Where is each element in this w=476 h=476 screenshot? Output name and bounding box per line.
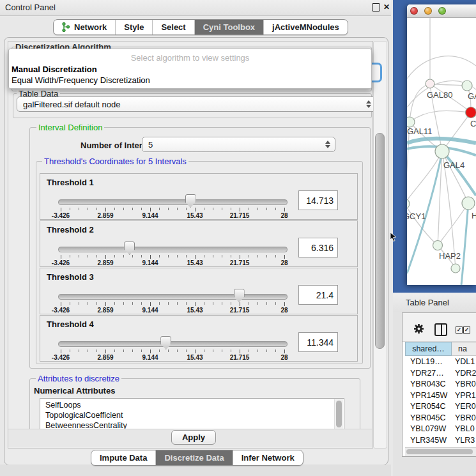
network-node[interactable] — [462, 197, 475, 210]
attribute-list-item[interactable]: SelfLoops — [45, 401, 81, 410]
tab-label: Select — [161, 22, 185, 32]
gear-icon[interactable] — [413, 323, 424, 334]
table-header-row: shared… na — [405, 342, 476, 357]
slider-track[interactable] — [58, 341, 288, 347]
cell-shared-name[interactable]: YLR345W — [410, 436, 447, 445]
tab-cyni-toolbox[interactable]: Cyni Toolbox — [195, 20, 264, 35]
cell-name[interactable]: YBL0 — [455, 424, 475, 433]
tick — [231, 302, 231, 305]
attribute-list-item[interactable]: TopologicalCoefficient — [45, 411, 123, 420]
table-body: YDL19…YDL1YDR27…YDR2YBR043CYBR0YPR145WYP… — [405, 357, 476, 447]
numerical-attributes-list[interactable]: SelfLoopsTopologicalCoefficientBetweenne… — [40, 398, 344, 431]
checkbox-icon[interactable]: ✓ — [463, 326, 470, 334]
tick — [275, 208, 276, 210]
cell-shared-name[interactable]: YER054C — [410, 402, 446, 411]
menu-item-manual-discretization[interactable]: Manual Discretization — [11, 65, 369, 74]
slider-thumb[interactable] — [185, 194, 196, 208]
slider-thumb[interactable] — [160, 336, 171, 349]
cell-shared-name[interactable]: YDR27… — [410, 369, 444, 378]
attributes-scrollbar-thumb[interactable] — [336, 401, 342, 427]
zoom-traffic-light[interactable] — [438, 7, 446, 15]
slider-thumb[interactable] — [234, 289, 245, 302]
slider-track[interactable] — [58, 294, 288, 300]
column-layout-icon[interactable] — [434, 323, 447, 336]
network-node[interactable] — [462, 81, 472, 91]
tick-label: 28 — [265, 212, 303, 219]
network-canvas[interactable]: GAL80GACGAL11GAL4GCY1HHAP2 — [407, 18, 476, 285]
network-node[interactable] — [451, 264, 460, 273]
tab-select[interactable]: Select — [153, 20, 194, 35]
tab-impute-data[interactable]: Impute Data — [91, 450, 156, 465]
table-row[interactable]: YBL079WYBL0 — [405, 424, 476, 435]
threshold-value-input[interactable]: 11.344 — [298, 332, 338, 352]
tab-style[interactable]: Style — [116, 20, 153, 35]
application-window: Control Panel ✕ NetworkStyleSelectCyni T… — [0, 0, 476, 476]
column-header-shared-name[interactable]: shared… — [405, 342, 452, 356]
panel-scrollbar-thumb[interactable] — [375, 133, 385, 349]
cell-name[interactable]: YLR3 — [455, 436, 475, 445]
column-header-name[interactable]: na — [452, 342, 476, 356]
network-view-window[interactable]: GAL80GACGAL11GAL4GCY1HHAP2 — [407, 4, 476, 285]
tick — [204, 208, 204, 210]
cell-shared-name[interactable]: YPR145W — [410, 391, 447, 400]
close-traffic-light[interactable] — [410, 7, 418, 15]
tab-infer-network[interactable]: Infer Network — [233, 450, 303, 465]
cell-shared-name[interactable]: YBR043C — [410, 380, 446, 388]
panel-scrollbar[interactable] — [373, 41, 387, 449]
threshold-value-input[interactable]: 14.713 — [298, 190, 338, 210]
tick — [105, 208, 106, 211]
network-node[interactable] — [435, 144, 449, 158]
table-row[interactable]: YPR145WYPR1 — [405, 390, 476, 402]
cell-name[interactable]: YER0 — [455, 402, 476, 411]
control-panel-titlebar: Control Panel — [0, 0, 391, 16]
slider-track[interactable] — [58, 247, 288, 252]
network-graph: GAL80GACGAL11GAL4GCY1HHAP2 — [407, 18, 476, 285]
tab-jactivemnodules[interactable]: jActiveMNodules — [264, 20, 348, 35]
tick — [168, 208, 169, 210]
cell-name[interactable]: YBR0 — [455, 380, 476, 388]
table-row[interactable]: YBR045CYBR0 — [405, 413, 476, 424]
minimize-traffic-light[interactable] — [424, 7, 432, 15]
stepper-arrows-icon — [325, 137, 330, 151]
threshold-value-input[interactable]: 21.4 — [298, 285, 338, 305]
tab-network[interactable]: Network — [54, 20, 116, 35]
cell-shared-name[interactable]: YBR045C — [410, 413, 446, 422]
network-node[interactable] — [466, 107, 476, 118]
checkbox-icon[interactable]: ✓ — [456, 326, 463, 334]
network-window-titlebar[interactable] — [407, 4, 476, 18]
slider-track[interactable] — [58, 199, 288, 205]
table-row[interactable]: YDL19…YDL1 — [405, 357, 476, 368]
slider-thumb[interactable] — [124, 242, 135, 255]
cell-name[interactable]: YDR2 — [455, 369, 476, 378]
cell-name[interactable]: YBR0 — [455, 413, 476, 422]
network-node[interactable] — [433, 241, 443, 250]
tick — [240, 302, 240, 306]
table-hscrollbar-thumb[interactable] — [406, 449, 473, 454]
apply-button[interactable]: Apply — [171, 430, 216, 445]
node-label: GAL80 — [427, 90, 452, 100]
network-node[interactable] — [407, 199, 410, 209]
menu-item-equal-width-frequency[interactable]: Equal Width/Frequency Discretization — [11, 75, 369, 85]
table-row[interactable]: YER054CYER0 — [405, 401, 476, 413]
table-row[interactable]: YDR27…YDR2 — [405, 368, 476, 380]
attributes-scrollbar[interactable] — [334, 399, 343, 429]
number-of-intervals-combobox[interactable]: 5 — [142, 137, 335, 152]
cell-shared-name[interactable]: YDL19… — [410, 357, 443, 366]
tab-label: Discretize Data — [164, 453, 224, 463]
tick-label: 28 — [265, 307, 303, 314]
cell-shared-name[interactable]: YBL079W — [410, 424, 446, 433]
table-data-combobox[interactable]: galFiltered.sif default node — [17, 96, 376, 112]
float-window-icon[interactable] — [372, 3, 380, 12]
tab-discretize-data[interactable]: Discretize Data — [156, 450, 233, 465]
table-horizontal-scrollbar[interactable] — [405, 447, 476, 456]
cell-name[interactable]: YDL1 — [455, 357, 475, 366]
tick — [168, 349, 169, 352]
cell-name[interactable]: YPR1 — [455, 391, 476, 400]
network-node[interactable] — [426, 79, 434, 88]
table-row[interactable]: YLR345WYLR3 — [405, 435, 476, 447]
network-node[interactable] — [407, 117, 415, 127]
close-icon[interactable]: ✕ — [383, 3, 390, 11]
tick — [240, 349, 240, 353]
threshold-value-input[interactable]: 6.316 — [298, 238, 338, 257]
table-row[interactable]: YBR043CYBR0 — [405, 379, 476, 390]
